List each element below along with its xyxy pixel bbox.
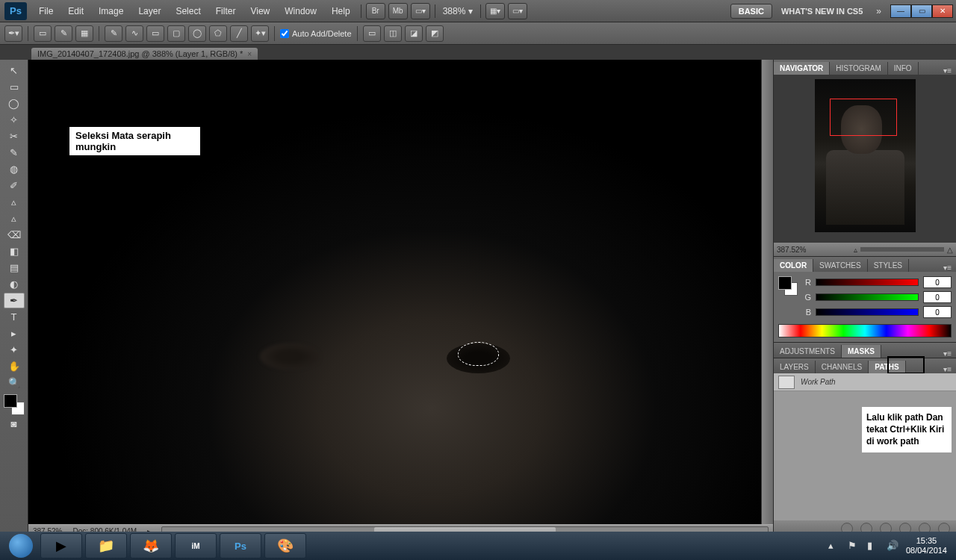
zoom-level-dropdown[interactable]: 388%▾ xyxy=(438,6,478,16)
system-clock[interactable]: 15:35 08/04/2014 xyxy=(906,536,947,556)
lasso-tool[interactable]: ◯ xyxy=(4,96,25,111)
menu-window[interactable]: Window xyxy=(277,0,324,22)
dodge-tool[interactable]: ◐ xyxy=(4,276,25,292)
navigator-viewbox[interactable] xyxy=(830,99,897,136)
blur-tool[interactable]: ▤ xyxy=(4,260,25,276)
menu-help[interactable]: Help xyxy=(324,0,358,22)
color-swatches[interactable] xyxy=(778,276,798,296)
taskbar-item-media[interactable]: ▶ xyxy=(40,533,82,559)
taskbar-item-photoshop[interactable]: Ps xyxy=(220,533,261,559)
taskbar-item-paint[interactable]: 🎨 xyxy=(264,533,306,559)
gradient-tool[interactable]: ◧ xyxy=(4,243,25,259)
tab-styles[interactable]: STYLES xyxy=(868,259,909,272)
path-op2-icon[interactable]: ◫ xyxy=(384,25,402,42)
maximize-button[interactable]: ▭ xyxy=(911,4,932,18)
b-value-input[interactable] xyxy=(923,306,952,318)
history-brush-tool[interactable]: ▵ xyxy=(4,211,25,226)
crop-tool[interactable]: ✂ xyxy=(4,128,25,144)
menu-file[interactable]: File xyxy=(31,0,60,22)
eraser-tool[interactable]: ⌫ xyxy=(4,227,25,243)
ellipse-shape-icon[interactable]: ◯ xyxy=(188,25,206,42)
expand-icon[interactable]: » xyxy=(872,6,886,16)
minibridge-button[interactable]: Mb xyxy=(388,3,408,19)
tab-adjustments[interactable]: ADJUSTMENTS xyxy=(774,345,842,358)
wand-tool[interactable]: ✧ xyxy=(4,112,25,128)
paths-list[interactable]: Work Path Lalu klik path Dan tekat Ctrl+… xyxy=(774,373,956,520)
path-op1-icon[interactable]: ▭ xyxy=(363,25,381,42)
navigator-thumbnail[interactable] xyxy=(815,79,916,232)
pen-mode-icon[interactable]: ✎ xyxy=(105,25,122,42)
stamp-tool[interactable]: ▵ xyxy=(4,194,25,210)
color-picker[interactable] xyxy=(4,394,25,415)
zoom-out-icon[interactable]: ▵ xyxy=(854,246,857,254)
zoom-slider[interactable] xyxy=(860,247,944,252)
close-button[interactable]: ✕ xyxy=(932,4,953,18)
whats-new-link[interactable]: WHAT'S NEW IN CS5 xyxy=(777,7,867,16)
panel-menu-icon[interactable]: ▾≡ xyxy=(939,349,956,358)
auto-add-delete-checkbox[interactable]: Auto Add/Delete xyxy=(280,29,352,38)
shape-layers-icon[interactable]: ▭ xyxy=(34,25,52,42)
tab-histogram[interactable]: HISTOGRAM xyxy=(830,62,887,75)
fill-pixels-icon[interactable]: ▦ xyxy=(75,25,93,42)
rect-shape-icon[interactable]: ▭ xyxy=(146,25,164,42)
zoom-in-icon[interactable]: △ xyxy=(947,246,953,254)
path-op4-icon[interactable]: ◩ xyxy=(426,25,444,42)
zoom-tool[interactable]: 🔍 xyxy=(4,375,25,391)
canvas[interactable]: Seleksi Mata serapih mungkin xyxy=(28,60,761,524)
g-slider[interactable] xyxy=(816,293,919,301)
r-value-input[interactable] xyxy=(923,276,952,288)
workspace-basic-button[interactable]: BASIC xyxy=(730,4,772,19)
pen-tool-icon[interactable]: ✒▾ xyxy=(4,25,22,42)
taskbar-item-explorer[interactable]: 📁 xyxy=(85,533,127,559)
quickmask-tool[interactable]: ◙ xyxy=(4,416,25,432)
work-path-item[interactable]: Work Path xyxy=(774,373,956,391)
vertical-scrollbar[interactable] xyxy=(761,60,773,524)
path-select-tool[interactable]: ▸ xyxy=(4,326,25,341)
taskbar-item-firefox[interactable]: 🦊 xyxy=(130,533,172,559)
polygon-shape-icon[interactable]: ⬠ xyxy=(209,25,227,42)
tab-masks[interactable]: MASKS xyxy=(842,345,881,358)
eyedropper-tool[interactable]: ✎ xyxy=(4,145,25,161)
menu-filter[interactable]: Filter xyxy=(208,0,243,22)
tab-layers[interactable]: LAYERS xyxy=(774,361,816,373)
menu-image[interactable]: Image xyxy=(91,0,131,22)
tab-channels[interactable]: CHANNELS xyxy=(816,361,869,373)
pen-tool[interactable]: ✒ xyxy=(4,293,25,308)
close-tab-icon[interactable]: × xyxy=(247,50,252,58)
color-spectrum[interactable] xyxy=(778,324,952,337)
tab-color[interactable]: COLOR xyxy=(774,259,813,272)
menu-select[interactable]: Select xyxy=(168,0,208,22)
minimize-button[interactable]: — xyxy=(890,4,911,18)
tab-navigator[interactable]: NAVIGATOR xyxy=(774,62,830,75)
menu-layer[interactable]: Layer xyxy=(131,0,168,22)
custom-shape-icon[interactable]: ✦▾ xyxy=(251,25,269,42)
panel-menu-icon[interactable]: ▾≡ xyxy=(939,264,956,272)
move-tool[interactable]: ↖ xyxy=(4,63,25,78)
arrange-button[interactable]: ▦▾ xyxy=(485,3,505,19)
screen-mode-button[interactable]: ▭▾ xyxy=(411,3,430,19)
paths-icon[interactable]: ✎ xyxy=(55,25,72,42)
shape-tool[interactable]: ✦ xyxy=(4,342,25,358)
tab-info[interactable]: INFO xyxy=(888,62,919,75)
marquee-tool[interactable]: ▭ xyxy=(4,79,25,95)
panel-menu-icon[interactable]: ▾≡ xyxy=(939,66,956,75)
extras-button[interactable]: ▭▾ xyxy=(508,3,527,19)
tab-paths[interactable]: PATHS xyxy=(869,361,905,373)
menu-view[interactable]: View xyxy=(243,0,277,22)
b-slider[interactable] xyxy=(816,308,919,316)
path-op3-icon[interactable]: ◪ xyxy=(405,25,423,42)
start-button[interactable] xyxy=(3,533,39,559)
rounded-rect-icon[interactable]: ▢ xyxy=(167,25,185,42)
checkbox-input[interactable] xyxy=(280,29,289,38)
fg-swatch[interactable] xyxy=(778,276,792,290)
tray-flag-icon[interactable]: ⚑ xyxy=(848,540,860,552)
hand-tool[interactable]: ✋ xyxy=(4,358,25,374)
line-shape-icon[interactable]: ╱ xyxy=(230,25,248,42)
r-slider[interactable] xyxy=(816,279,919,286)
brush-tool[interactable]: ✐ xyxy=(4,178,25,193)
type-tool[interactable]: T xyxy=(4,309,25,325)
tab-swatches[interactable]: SWATCHES xyxy=(813,259,868,272)
tray-volume-icon[interactable]: 🔊 xyxy=(887,540,898,552)
g-value-input[interactable] xyxy=(923,291,952,303)
healing-tool[interactable]: ◍ xyxy=(4,161,25,177)
